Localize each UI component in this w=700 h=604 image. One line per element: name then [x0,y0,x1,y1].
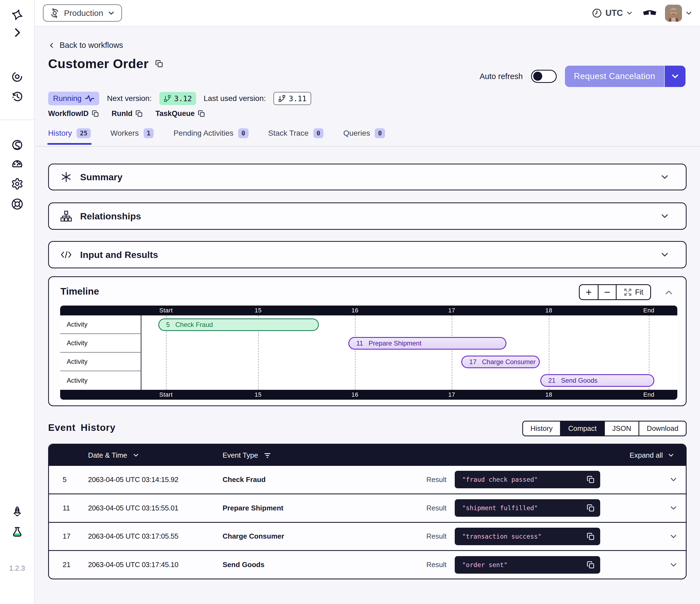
copy-task-queue-icon[interactable] [198,110,205,117]
copy-result-icon[interactable] [586,504,595,512]
workflow-id-label: WorkflowID [48,110,89,118]
zoom-fit-button[interactable]: Fit [616,285,650,299]
request-cancelation-button[interactable]: Request Cancelation [565,66,685,87]
chevron-down-icon [667,451,675,459]
namespace-selector[interactable]: Production [43,4,122,22]
namespace-swirl-icon[interactable] [11,139,24,151]
back-to-workflows-link[interactable]: Back to workflows [48,41,123,50]
schedules-history-icon[interactable] [11,90,24,103]
tab-history[interactable]: History 25 [48,128,91,145]
event-timestamp: 2063-04-05 UTC 03:15:55.01 [88,504,223,512]
event-type: Prepare Shipment [223,504,426,512]
event-row-send-goods[interactable]: 21 2063-04-05 UTC 03:17:45.10 Send Goods… [49,550,686,579]
task-queue-chip: TaskQueue [155,110,205,118]
chevron-down-icon [670,71,680,81]
glasses-icon[interactable] [643,8,657,18]
zoom-in-button[interactable]: + [580,285,598,299]
tab-workers[interactable]: Workers 1 [110,128,154,145]
user-avatar[interactable] [665,5,682,22]
copy-workflow-id-icon[interactable] [92,110,99,117]
timeline-bar-check-fraud[interactable]: 5 Check Fraud [158,318,319,331]
expand-row-chevron-icon[interactable] [600,475,686,484]
timezone-chevron-icon[interactable] [626,9,633,17]
result-value-pill[interactable]: "order sent" [455,556,600,574]
copy-run-id-icon[interactable] [135,110,143,117]
expand-row-chevron-icon[interactable] [600,532,686,541]
result-value-pill[interactable]: "transaction success" [455,528,600,545]
tab-pending-activities[interactable]: Pending Activities 0 [173,128,248,145]
expand-sidebar-chevron-icon[interactable] [11,26,24,39]
labs-flask-icon[interactable] [11,526,24,538]
event-row-prepare-shipment[interactable]: 11 2063-04-05 UTC 03:15:55.01 Prepare Sh… [49,493,686,522]
settings-gear-icon[interactable] [11,177,24,190]
timeline-row-labels: Activity Activity Activity Activity [60,315,142,390]
timeline-row-label: Activity [60,353,141,371]
last-used-version-value: 3.11 [289,94,306,103]
relationships-section-card[interactable]: Relationships [48,202,686,230]
bar-label: Send Goods [561,377,597,384]
copy-result-icon[interactable] [586,532,595,540]
column-date-time[interactable]: Date & Time [88,451,223,460]
timeline-bar-send-goods[interactable]: 21 Send Goods [540,374,655,387]
bar-event-id: 21 [548,377,556,384]
copy-result-icon[interactable] [586,561,595,569]
event-id: 17 [62,532,88,540]
tab-queries[interactable]: Queries 0 [343,128,385,145]
view-history-button[interactable]: History [523,421,560,435]
view-json-button[interactable]: JSON [604,421,639,435]
workflow-tabs: History 25 Workers 1 Pending Activities … [48,128,385,145]
result-value-pill[interactable]: "shipment fulfilled" [455,499,600,517]
sparkle-nav-icon[interactable] [11,8,24,21]
request-cancelation-label[interactable]: Request Cancelation [565,66,664,87]
left-nav-sidebar: 1.2.3 [0,0,35,604]
workflows-spiral-icon[interactable] [11,70,24,83]
event-row-check-fraud[interactable]: 5 2063-04-05 UTC 03:14:15.92 Check Fraud… [49,466,686,493]
tab-count-badge: 1 [144,128,154,138]
timezone-label[interactable]: UTC [605,8,623,18]
copy-result-icon[interactable] [586,476,595,484]
summary-section-card[interactable]: Summary [48,164,686,190]
axis-tick: 17 [448,307,455,314]
timeline-bar-prepare-shipment[interactable]: 11 Prepare Shipment [348,337,506,349]
sort-chevron-icon[interactable] [132,451,140,459]
fit-label: Fit [635,288,643,296]
cancelation-menu-button[interactable] [664,66,685,87]
event-row-charge-consumer[interactable]: 17 2063-04-05 UTC 03:17:05.55 Charge Con… [49,522,686,550]
download-button[interactable]: Download [639,421,686,435]
copy-title-icon[interactable] [155,59,163,68]
axis-tick: 15 [255,307,261,314]
expand-icon [624,288,632,296]
view-compact-button[interactable]: Compact [560,421,604,435]
result-value: "order sent" [462,561,507,569]
result-value-pill[interactable]: "fraud check passed" [455,471,600,488]
next-version-label: Next version: [107,94,151,103]
expand-row-chevron-icon[interactable] [600,560,686,570]
zoom-out-button[interactable]: − [598,285,616,299]
workflow-id-chips: WorkflowID RunId TaskQueue [48,110,205,118]
timeline-row-label: Activity [60,334,141,353]
expand-row-chevron-icon[interactable] [600,503,686,513]
status-label: Running [53,94,81,103]
hierarchy-icon [60,210,72,222]
chevron-down-icon[interactable] [659,172,670,182]
usage-gauge-icon[interactable] [11,158,24,170]
result-value: "shipment fulfilled" [462,504,538,511]
git-branch-icon [164,95,171,102]
collapse-timeline-chevron-icon[interactable] [664,287,674,298]
timeline-zoom-controls: + − Fit [579,284,651,300]
chevron-down-icon[interactable] [659,249,670,260]
filter-icon[interactable] [264,451,271,459]
auto-refresh-toggle[interactable] [531,70,557,83]
section-title: Relationships [80,211,141,222]
account-chevron-icon[interactable] [685,9,693,17]
timeline-bar-charge-consumer[interactable]: 17 Charge Consumer [461,356,540,368]
axis-tick: 16 [351,307,358,314]
tab-stack-trace[interactable]: Stack Trace 0 [268,128,324,145]
input-results-section-card[interactable]: Input and Results [48,241,686,268]
rocket-icon[interactable] [11,506,24,518]
tab-count-badge: 0 [238,128,249,138]
event-type: Send Goods [223,560,426,569]
support-lifebuoy-icon[interactable] [11,198,24,210]
chevron-down-icon[interactable] [659,211,670,221]
expand-all-button[interactable]: Expand all [630,451,675,460]
